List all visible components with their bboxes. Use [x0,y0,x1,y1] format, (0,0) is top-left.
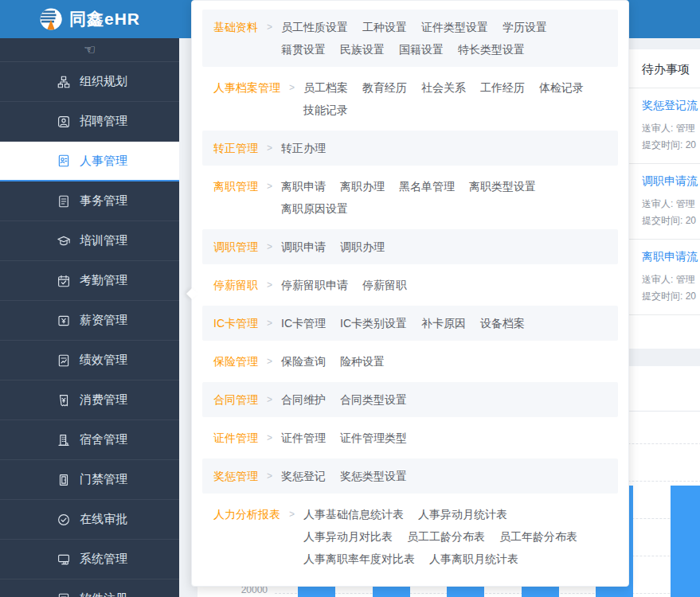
online-approval-icon [57,513,71,527]
flyout-menu-item[interactable]: 离职申请 [281,175,326,197]
sidebar-item-consumption[interactable]: 消费管理 [0,380,179,420]
todo-item: 奖惩登记流送审人: 管理提交时间: 20 [629,88,700,164]
flyout-menu-item[interactable]: 转正办理 [281,137,326,159]
sidebar-item-recruitment[interactable]: 招聘管理 [0,102,179,142]
flyout-category[interactable]: 证件管理 [213,427,258,449]
flyout-menu-item[interactable]: 人事基础信息统计表 [303,503,404,525]
flyout-sections: 基础资料>员工性质设置工种设置证件类型设置学历设置籍贯设置民族设置国籍设置特长类… [192,10,628,576]
sidebar-item-performance[interactable]: 绩效管理 [0,341,179,380]
flyout-menu-item[interactable]: 合同类型设置 [340,388,407,411]
collapse-sidebar-button[interactable]: ☜ [0,38,179,62]
chevron-right-icon: > [267,236,272,258]
sidebar-item-label: 宿舍管理 [80,432,127,447]
sidebar-item-software-register[interactable]: 软件注册 [0,579,179,597]
sidebar-item-personnel[interactable]: 人事管理 [0,142,179,181]
todo-link[interactable]: 离职申请流 [642,250,700,264]
flyout-menu-item[interactable]: 调职申请 [281,236,326,258]
flyout-category[interactable]: 调职管理 [213,236,258,258]
flyout-menu-item[interactable]: 停薪留职 [362,274,407,296]
bar [671,486,700,597]
flyout-menu-item[interactable]: 学历设置 [503,16,547,38]
sidebar-item-affairs[interactable]: 事务管理 [0,181,179,221]
chevron-right-icon: > [267,137,272,159]
flyout-section: 停薪留职>停薪留职申请停薪留职 [202,267,618,302]
todo-list: 奖惩登记流送审人: 管理提交时间: 20调职申请流送审人: 管理提交时间: 20… [629,88,700,315]
flyout-category[interactable]: 人力分析报表 [213,503,280,525]
flyout-menu-item[interactable]: IC卡类别设置 [340,312,407,334]
flyout-category[interactable]: 人事档案管理 [213,76,280,99]
flyout-menu-item[interactable]: 补卡原因 [421,312,466,334]
flyout-item-list: 人事基础信息统计表人事异动月统计表人事异动月对比表员工工龄分布表员工年龄分布表人… [303,503,594,570]
flyout-menu-item[interactable]: 停薪留职申请 [281,274,348,296]
flyout-menu-item[interactable]: 民族设置 [340,38,385,60]
flyout-menu-item[interactable]: 员工年龄分布表 [499,525,577,548]
flyout-item-list: 转正办理 [281,137,594,159]
flyout-category[interactable]: 合同管理 [213,388,258,411]
flyout-menu-item[interactable]: 证件管理 [281,427,326,449]
sidebar-item-org-chart[interactable]: 组织规划 [0,62,179,102]
flyout-category[interactable]: 离职管理 [213,175,258,197]
flyout-menu-item[interactable]: 工作经历 [480,76,525,99]
salary-icon [57,314,71,328]
flyout-menu-item[interactable]: 合同维护 [281,388,326,411]
flyout-menu-item[interactable]: 保险查询 [281,350,326,373]
flyout-menu-item[interactable]: 特长类型设置 [458,38,525,60]
flyout-section: 证件管理>证件管理证件管理类型 [202,420,618,455]
flyout-item-list: 离职申请离职办理黑名单管理离职类型设置离职原因设置 [281,175,594,220]
todo-link[interactable]: 调职申请流 [642,174,700,189]
consumption-icon [57,393,71,408]
flyout-menu-item[interactable]: 社会关系 [421,76,466,99]
flyout-menu-item[interactable]: 证件类型设置 [421,16,488,38]
flyout-section: 人力分析报表>人事基础信息统计表人事异动月统计表人事异动月对比表员工工龄分布表员… [202,497,618,576]
flyout-menu-item[interactable]: 离职办理 [340,175,385,197]
flyout-menu-item[interactable]: 调职办理 [340,236,385,258]
flyout-menu-item[interactable]: 教育经历 [362,76,407,99]
flyout-menu-item[interactable]: 黑名单管理 [399,175,455,197]
flyout-menu-item[interactable]: 人事离职率年度对比表 [303,548,415,570]
flyout-menu-item[interactable]: 员工性质设置 [281,16,348,38]
flyout-menu-item[interactable]: 工种设置 [362,16,407,38]
flyout-menu-item[interactable]: 设备档案 [480,312,525,334]
todo-panel: 待办事项 奖惩登记流送审人: 管理提交时间: 20调职申请流送审人: 管理提交时… [629,49,700,349]
flyout-menu-item[interactable]: 人事离职月统计表 [429,548,518,570]
flyout-section: IC卡管理>IC卡管理IC卡类别设置补卡原因设备档案 [202,306,618,341]
flyout-item-list: 奖惩登记奖惩类型设置 [281,465,594,487]
flyout-category[interactable]: 转正管理 [213,137,258,159]
todo-link[interactable]: 奖惩登记流 [642,99,700,113]
flyout-menu-item[interactable]: 离职类型设置 [469,175,536,197]
flyout-menu-item[interactable]: 人事异动月统计表 [418,503,507,525]
flyout-menu-item[interactable]: 国籍设置 [399,38,444,60]
flyout-menu-item[interactable]: 人事异动月对比表 [303,525,393,548]
todo-sender: 送审人: 管理 [642,120,700,137]
sidebar-item-salary[interactable]: 薪资管理 [0,301,179,341]
sidebar-item-attendance[interactable]: 考勤管理 [0,261,179,301]
flyout-menu-item[interactable]: 技能记录 [303,99,348,121]
flyout-category[interactable]: 停薪留职 [213,274,258,296]
flyout-menu-item[interactable]: IC卡管理 [281,312,326,334]
flyout-section: 人事档案管理>员工档案教育经历社会关系工作经历体检记录技能记录 [202,70,618,127]
flyout-menu-item[interactable]: 奖惩类型设置 [340,465,407,487]
gridline [275,593,700,594]
sidebar-item-system[interactable]: 系统管理 [0,540,179,579]
flyout-menu-item[interactable]: 籍贯设置 [281,38,326,60]
flyout-menu-item[interactable]: 体检记录 [539,76,584,99]
sidebar-item-dormitory[interactable]: 宿舍管理 [0,420,179,460]
flyout-menu-item[interactable]: 证件管理类型 [340,427,407,449]
flyout-menu-item[interactable]: 员工工龄分布表 [407,525,485,548]
flyout-category[interactable]: 奖惩管理 [213,465,258,487]
flyout-category[interactable]: IC卡管理 [213,312,258,334]
flyout-menu-item[interactable]: 险种设置 [340,350,385,373]
sidebar-item-online-approval[interactable]: 在线审批 [0,500,179,540]
flyout-menu-item[interactable]: 离职原因设置 [281,197,348,220]
flyout-category[interactable]: 基础资料 [213,16,258,38]
training-icon [57,234,71,248]
sidebar-item-access-control[interactable]: 门禁管理 [0,460,179,500]
personnel-icon [57,154,71,168]
chevron-right-icon: > [267,427,272,449]
flyout-category[interactable]: 保险管理 [213,350,258,373]
flyout-menu-item[interactable]: 员工档案 [303,76,348,99]
todo-sender: 送审人: 管理 [642,271,700,288]
sidebar-item-training[interactable]: 培训管理 [0,221,179,261]
flyout-menu-item[interactable]: 奖惩登记 [281,465,326,487]
flyout-item-list: 调职申请调职办理 [281,236,594,258]
